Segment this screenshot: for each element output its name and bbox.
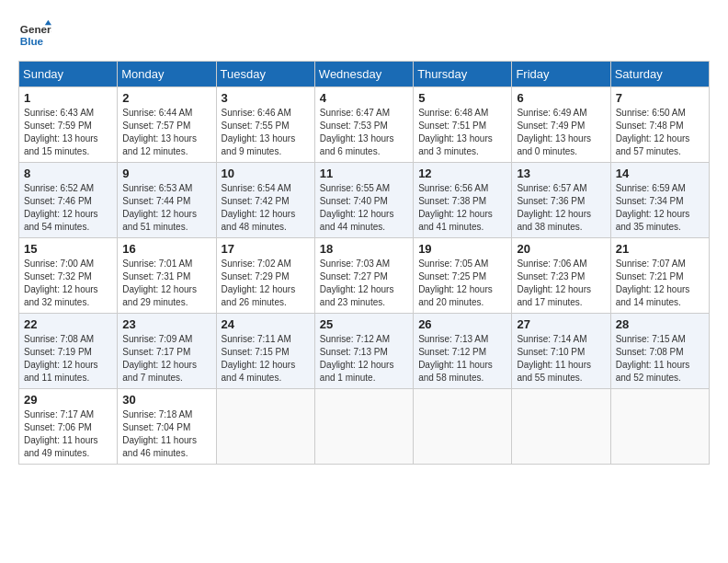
calendar-cell: 21Sunrise: 7:07 AMSunset: 7:21 PMDayligh… [610,238,709,314]
calendar-cell [414,389,512,465]
calendar-cell: 5Sunrise: 6:48 AMSunset: 7:51 PMDaylight… [414,87,512,163]
calendar-cell: 1Sunrise: 6:43 AMSunset: 7:59 PMDaylight… [19,87,118,163]
day-number: 23 [122,317,210,331]
cell-info: Sunrise: 7:00 AMSunset: 7:32 PMDaylight:… [24,258,112,309]
calendar-cell: 10Sunrise: 6:54 AMSunset: 7:42 PMDayligh… [216,163,314,238]
weekday-header-thursday: Thursday [414,62,512,87]
calendar-cell: 4Sunrise: 6:47 AMSunset: 7:53 PMDaylight… [314,87,413,163]
cell-info: Sunrise: 7:11 AMSunset: 7:15 PMDaylight:… [222,333,310,385]
calendar-cell: 24Sunrise: 7:11 AMSunset: 7:15 PMDayligh… [216,314,314,389]
calendar-week-5: 29Sunrise: 7:17 AMSunset: 7:06 PMDayligh… [19,389,710,465]
weekday-header-monday: Monday [118,62,216,87]
calendar-cell: 20Sunrise: 7:06 AMSunset: 7:23 PMDayligh… [512,238,610,314]
day-number: 1 [24,91,112,105]
cell-info: Sunrise: 6:55 AMSunset: 7:40 PMDaylight:… [320,182,408,234]
day-number: 12 [418,167,506,180]
calendar-cell [314,389,413,465]
calendar-cell: 3Sunrise: 6:46 AMSunset: 7:55 PMDaylight… [216,87,314,163]
calendar-header: SundayMondayTuesdayWednesdayThursdayFrid… [19,62,710,87]
weekday-header-wednesday: Wednesday [314,62,413,87]
calendar-cell: 9Sunrise: 6:53 AMSunset: 7:44 PMDaylight… [118,163,216,238]
day-number: 5 [418,91,506,105]
cell-info: Sunrise: 7:18 AMSunset: 7:04 PMDaylight:… [122,408,210,460]
day-number: 7 [616,91,704,105]
cell-info: Sunrise: 7:17 AMSunset: 7:06 PMDaylight:… [24,408,112,460]
calendar-cell: 28Sunrise: 7:15 AMSunset: 7:08 PMDayligh… [610,314,709,389]
cell-info: Sunrise: 7:14 AMSunset: 7:10 PMDaylight:… [517,333,605,385]
cell-info: Sunrise: 6:57 AMSunset: 7:36 PMDaylight:… [517,182,605,234]
calendar-week-4: 22Sunrise: 7:08 AMSunset: 7:19 PMDayligh… [19,314,710,389]
day-number: 14 [616,167,704,180]
day-number: 4 [320,91,408,105]
cell-info: Sunrise: 7:09 AMSunset: 7:17 PMDaylight:… [122,333,210,385]
page-header: General Blue [18,18,710,52]
day-number: 16 [122,242,210,256]
calendar-cell: 29Sunrise: 7:17 AMSunset: 7:06 PMDayligh… [19,389,118,465]
day-number: 29 [24,393,112,407]
cell-info: Sunrise: 6:48 AMSunset: 7:51 PMDaylight:… [418,107,506,158]
weekday-header-saturday: Saturday [610,62,709,87]
day-number: 30 [122,393,210,407]
cell-info: Sunrise: 6:50 AMSunset: 7:48 PMDaylight:… [616,107,704,158]
calendar-cell: 13Sunrise: 6:57 AMSunset: 7:36 PMDayligh… [512,163,610,238]
svg-text:Blue: Blue [20,35,44,47]
day-number: 3 [222,91,310,105]
calendar-cell: 15Sunrise: 7:00 AMSunset: 7:32 PMDayligh… [19,238,118,314]
calendar-cell: 22Sunrise: 7:08 AMSunset: 7:19 PMDayligh… [19,314,118,389]
cell-info: Sunrise: 7:07 AMSunset: 7:21 PMDaylight:… [616,258,704,309]
calendar-cell: 19Sunrise: 7:05 AMSunset: 7:25 PMDayligh… [414,238,512,314]
cell-info: Sunrise: 6:43 AMSunset: 7:59 PMDaylight:… [24,107,112,158]
calendar-cell: 7Sunrise: 6:50 AMSunset: 7:48 PMDaylight… [610,87,709,163]
calendar-body: 1Sunrise: 6:43 AMSunset: 7:59 PMDaylight… [19,87,710,465]
cell-info: Sunrise: 7:12 AMSunset: 7:13 PMDaylight:… [320,333,408,385]
day-number: 10 [222,167,310,180]
calendar-week-2: 8Sunrise: 6:52 AMSunset: 7:46 PMDaylight… [19,163,710,238]
day-number: 28 [616,317,704,331]
cell-info: Sunrise: 6:56 AMSunset: 7:38 PMDaylight:… [418,182,506,234]
day-number: 18 [320,242,408,256]
calendar-week-3: 15Sunrise: 7:00 AMSunset: 7:32 PMDayligh… [19,238,710,314]
cell-info: Sunrise: 7:06 AMSunset: 7:23 PMDaylight:… [517,258,605,309]
day-number: 21 [616,242,704,256]
cell-info: Sunrise: 7:02 AMSunset: 7:29 PMDaylight:… [222,258,310,309]
day-number: 6 [517,91,605,105]
cell-info: Sunrise: 6:49 AMSunset: 7:49 PMDaylight:… [517,107,605,158]
weekday-header-friday: Friday [512,62,610,87]
calendar-cell: 12Sunrise: 6:56 AMSunset: 7:38 PMDayligh… [414,163,512,238]
calendar-cell [512,389,610,465]
calendar-cell: 18Sunrise: 7:03 AMSunset: 7:27 PMDayligh… [314,238,413,314]
logo: General Blue [18,18,57,52]
cell-info: Sunrise: 7:15 AMSunset: 7:08 PMDaylight:… [616,333,704,385]
day-number: 8 [24,167,112,180]
day-number: 17 [222,242,310,256]
day-number: 11 [320,167,408,180]
calendar-table: SundayMondayTuesdayWednesdayThursdayFrid… [18,61,710,465]
calendar-cell: 11Sunrise: 6:55 AMSunset: 7:40 PMDayligh… [314,163,413,238]
weekday-header-row: SundayMondayTuesdayWednesdayThursdayFrid… [19,62,710,87]
cell-info: Sunrise: 6:54 AMSunset: 7:42 PMDaylight:… [222,182,310,234]
day-number: 22 [24,317,112,331]
calendar-cell: 27Sunrise: 7:14 AMSunset: 7:10 PMDayligh… [512,314,610,389]
day-number: 19 [418,242,506,256]
cell-info: Sunrise: 6:46 AMSunset: 7:55 PMDaylight:… [222,107,310,158]
calendar-cell: 30Sunrise: 7:18 AMSunset: 7:04 PMDayligh… [118,389,216,465]
day-number: 20 [517,242,605,256]
calendar-cell: 8Sunrise: 6:52 AMSunset: 7:46 PMDaylight… [19,163,118,238]
logo-icon: General Blue [18,18,51,52]
cell-info: Sunrise: 6:52 AMSunset: 7:46 PMDaylight:… [24,182,112,234]
cell-info: Sunrise: 7:08 AMSunset: 7:19 PMDaylight:… [24,333,112,385]
day-number: 27 [517,317,605,331]
calendar-cell: 14Sunrise: 6:59 AMSunset: 7:34 PMDayligh… [610,163,709,238]
calendar-cell: 16Sunrise: 7:01 AMSunset: 7:31 PMDayligh… [118,238,216,314]
calendar-cell: 26Sunrise: 7:13 AMSunset: 7:12 PMDayligh… [414,314,512,389]
weekday-header-tuesday: Tuesday [216,62,314,87]
day-number: 2 [122,91,210,105]
day-number: 24 [222,317,310,331]
cell-info: Sunrise: 6:53 AMSunset: 7:44 PMDaylight:… [122,182,210,234]
day-number: 13 [517,167,605,180]
calendar-cell: 17Sunrise: 7:02 AMSunset: 7:29 PMDayligh… [216,238,314,314]
cell-info: Sunrise: 6:44 AMSunset: 7:57 PMDaylight:… [122,107,210,158]
calendar-cell [610,389,709,465]
calendar-week-1: 1Sunrise: 6:43 AMSunset: 7:59 PMDaylight… [19,87,710,163]
cell-info: Sunrise: 6:59 AMSunset: 7:34 PMDaylight:… [616,182,704,234]
